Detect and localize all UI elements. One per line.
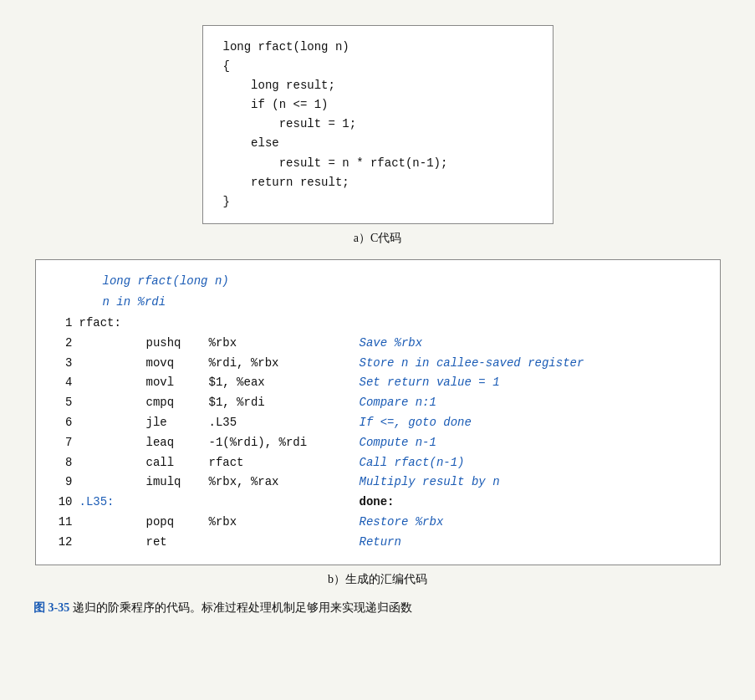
asm-label <box>76 334 143 354</box>
line-number: 5 <box>53 393 76 413</box>
line-number: 8 <box>53 453 76 473</box>
c-code-box: long rfact(long n) { long result; if (n … <box>202 25 553 224</box>
table-row: 6jle.L35If <=, goto done <box>53 413 703 433</box>
caption-b: b）生成的汇编代码 <box>33 572 722 587</box>
asm-instruction: leaq <box>143 433 206 453</box>
asm-operand: %rbx, %rax <box>206 473 356 493</box>
asm-label <box>76 433 143 453</box>
asm-label <box>76 413 143 433</box>
asm-table: 1rfact:2pushq%rbxSave %rbx3movq%rdi, %rb… <box>53 314 703 553</box>
asm-instruction: movq <box>143 354 206 374</box>
asm-operand: $1, %eax <box>206 373 356 393</box>
asm-instruction: pushq <box>143 334 206 354</box>
table-row: 7leaq-1(%rdi), %rdiCompute n-1 <box>53 433 703 453</box>
asm-label <box>76 354 143 374</box>
asm-label <box>76 393 143 413</box>
fig-text: 递归的阶乘程序的代码。标准过程处理机制足够用来实现递归函数 <box>73 601 412 614</box>
asm-operand <box>206 533 356 553</box>
asm-label: rfact: <box>76 314 143 334</box>
line-number: 6 <box>53 413 76 433</box>
asm-label: .L35: <box>76 493 143 513</box>
line-number: 12 <box>53 533 76 553</box>
asm-label <box>76 473 143 493</box>
asm-comment: Set return value = 1 <box>356 373 703 393</box>
table-row: 10.L35:done: <box>53 493 703 513</box>
asm-instruction: jle <box>143 413 206 433</box>
asm-comment <box>356 314 703 334</box>
table-row: 4movl$1, %eaxSet return value = 1 <box>53 373 703 393</box>
asm-operand: -1(%rdi), %rdi <box>206 433 356 453</box>
asm-label <box>76 533 143 553</box>
line-number: 10 <box>53 493 76 513</box>
c-code-content: long rfact(long n) { long result; if (n … <box>223 38 533 212</box>
table-row: 8callrfactCall rfact(n-1) <box>53 453 703 473</box>
fig-label: 图 3-35 <box>33 601 69 614</box>
asm-instruction: ret <box>143 533 206 553</box>
asm-comment: If <=, goto done <box>356 413 703 433</box>
asm-instruction <box>143 314 206 334</box>
asm-instruction: popq <box>143 513 206 533</box>
asm-operand <box>206 314 356 334</box>
asm-instruction: imulq <box>143 473 206 493</box>
line-number: 2 <box>53 334 76 354</box>
asm-operand: $1, %rdi <box>206 393 356 413</box>
table-row: 5cmpq$1, %rdiCompare n:1 <box>53 393 703 413</box>
table-row: 12retReturn <box>53 533 703 553</box>
asm-header-line1: long rfact(long n) <box>53 272 703 291</box>
line-number: 1 <box>53 314 76 334</box>
table-row: 2pushq%rbxSave %rbx <box>53 334 703 354</box>
asm-comment: Restore %rbx <box>356 513 703 533</box>
asm-label <box>76 513 143 533</box>
fig-caption: 图 3-35 递归的阶乘程序的代码。标准过程处理机制足够用来实现递归函数 <box>33 600 722 616</box>
asm-comment: Call rfact(n-1) <box>356 453 703 473</box>
table-row: 1rfact: <box>53 314 703 334</box>
asm-operand: %rbx <box>206 334 356 354</box>
asm-label <box>76 373 143 393</box>
asm-instruction: movl <box>143 373 206 393</box>
line-number: 7 <box>53 433 76 453</box>
asm-comment: done: <box>356 493 703 513</box>
asm-comment: Store n in callee-saved register <box>356 354 703 374</box>
line-number: 11 <box>53 513 76 533</box>
asm-comment: Return <box>356 533 703 553</box>
line-number: 3 <box>53 354 76 374</box>
asm-comment: Multiply result by n <box>356 473 703 493</box>
asm-header-line2: n in %rdi <box>53 293 703 312</box>
asm-comment: Compute n-1 <box>356 433 703 453</box>
table-row: 9imulq%rbx, %raxMultiply result by n <box>53 473 703 493</box>
asm-operand <box>206 493 356 513</box>
asm-comment: Save %rbx <box>356 334 703 354</box>
line-number: 9 <box>53 473 76 493</box>
table-row: 11popq%rbxRestore %rbx <box>53 513 703 533</box>
asm-comment: Compare n:1 <box>356 393 703 413</box>
asm-operand: %rbx <box>206 513 356 533</box>
asm-operand: rfact <box>206 453 356 473</box>
line-number: 4 <box>53 373 76 393</box>
caption-a: a）C代码 <box>33 231 722 246</box>
asm-instruction: cmpq <box>143 393 206 413</box>
asm-label <box>76 453 143 473</box>
asm-operand: .L35 <box>206 413 356 433</box>
asm-code-box: long rfact(long n) n in %rdi 1rfact:2pus… <box>35 259 721 565</box>
table-row: 3movq%rdi, %rbxStore n in callee-saved r… <box>53 354 703 374</box>
asm-instruction <box>143 493 206 513</box>
asm-instruction: call <box>143 453 206 473</box>
asm-operand: %rdi, %rbx <box>206 354 356 374</box>
